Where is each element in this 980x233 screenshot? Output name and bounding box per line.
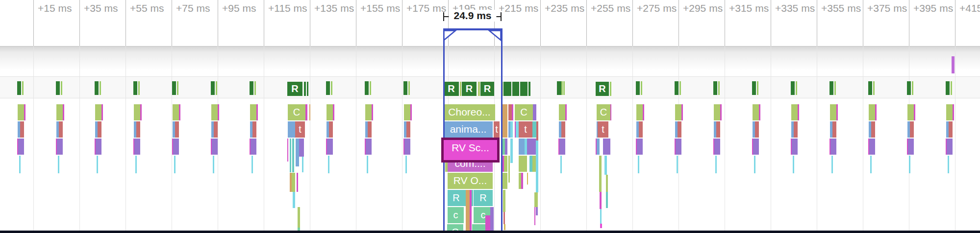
flame-event[interactable]	[510, 121, 513, 138]
flame-event[interactable]	[296, 139, 299, 166]
flame-event[interactable]	[305, 104, 307, 120]
flame-event[interactable]	[406, 121, 410, 138]
flame-event[interactable]	[714, 104, 720, 120]
frame-badge[interactable]	[561, 81, 563, 95]
flame-event[interactable]	[505, 139, 507, 155]
flame-event[interactable]: C	[288, 104, 305, 120]
flame-event[interactable]	[292, 173, 295, 192]
flame-event[interactable]	[372, 104, 373, 120]
flame-event[interactable]	[96, 139, 101, 155]
flame-event[interactable]	[871, 121, 875, 138]
flame-event[interactable]: t	[295, 121, 305, 138]
frame-badge[interactable]	[946, 81, 950, 95]
flame-event[interactable]	[251, 139, 256, 155]
flame-event[interactable]	[753, 139, 759, 155]
selection-right-handle-icon[interactable]	[488, 30, 502, 42]
flame-event[interactable]	[676, 139, 681, 155]
flame-event[interactable]: c	[448, 207, 464, 223]
frame-badge[interactable]	[331, 81, 332, 95]
flame-event[interactable]	[56, 104, 63, 120]
flame-event[interactable]	[519, 139, 525, 155]
flame-event[interactable]	[24, 104, 25, 120]
flame-event[interactable]	[830, 139, 836, 155]
flame-event[interactable]	[18, 104, 24, 120]
frame-badge[interactable]	[177, 81, 178, 95]
frame-badge[interactable]	[675, 81, 678, 95]
frame-badge[interactable]	[952, 56, 955, 73]
flame-event[interactable]	[559, 139, 565, 155]
frame-badge[interactable]	[563, 81, 565, 95]
flame-event[interactable]: C	[447, 224, 463, 231]
flame-event[interactable]	[19, 156, 21, 173]
flame-event[interactable]	[638, 156, 639, 173]
flame-event[interactable]	[251, 156, 253, 173]
frame-badge[interactable]	[408, 81, 410, 95]
frame-badge[interactable]	[216, 81, 217, 95]
flame-event[interactable]	[908, 139, 914, 155]
flame-event[interactable]	[135, 156, 137, 173]
flame-event[interactable]	[173, 104, 179, 120]
frame-badge[interactable]	[17, 81, 21, 95]
flame-event[interactable]	[212, 139, 218, 155]
flame-event[interactable]: R	[474, 190, 493, 206]
flame-event[interactable]	[948, 156, 949, 173]
flame-event[interactable]	[643, 104, 644, 120]
frame-badge[interactable]	[478, 82, 480, 96]
flame-event[interactable]	[213, 156, 214, 173]
flame-event[interactable]	[466, 190, 470, 231]
flame-event[interactable]: t	[519, 121, 532, 138]
frame-badge[interactable]	[610, 82, 611, 96]
flame-event[interactable]	[502, 104, 507, 138]
flame-event[interactable]	[947, 139, 953, 155]
flame-event[interactable]	[521, 173, 523, 189]
selection-left-handle-icon[interactable]	[443, 30, 457, 42]
frame-badge[interactable]	[641, 81, 642, 95]
frame-badge[interactable]	[873, 81, 875, 95]
flame-event[interactable]	[504, 156, 507, 172]
flame-event[interactable]	[299, 139, 304, 157]
flame-event[interactable]	[597, 139, 600, 155]
flame-event[interactable]	[490, 207, 494, 231]
flame-event[interactable]	[832, 121, 836, 138]
frame-badge[interactable]	[796, 81, 797, 95]
frame-badge[interactable]	[95, 81, 99, 95]
flame-event[interactable]	[470, 190, 472, 231]
flame-event[interactable]	[179, 104, 180, 120]
frame-badge[interactable]	[172, 81, 176, 95]
flame-event[interactable]	[367, 156, 368, 173]
flame-event[interactable]	[753, 104, 759, 120]
flame-event[interactable]	[603, 139, 610, 155]
flame-event[interactable]	[716, 121, 720, 138]
frame-badge[interactable]: R	[480, 82, 494, 96]
flame-event[interactable]: Choreo...	[444, 104, 495, 120]
flame-event[interactable]	[869, 139, 875, 155]
flame-event[interactable]	[136, 121, 140, 138]
frame-badge[interactable]	[365, 81, 369, 95]
frame-badge[interactable]	[868, 81, 872, 95]
flame-event[interactable]	[830, 104, 836, 120]
flame-event[interactable]: C	[597, 104, 610, 120]
frame-badge[interactable]	[370, 81, 371, 95]
flame-event[interactable]	[405, 156, 407, 173]
flame-event[interactable]	[134, 104, 140, 120]
flame-event[interactable]	[561, 121, 565, 138]
flame-event[interactable]	[675, 104, 681, 120]
flame-event[interactable]	[211, 104, 218, 120]
selection-right-edge[interactable]	[501, 28, 503, 231]
flame-event[interactable]	[250, 104, 256, 120]
frame-badge[interactable]	[304, 82, 306, 96]
flame-event[interactable]	[869, 104, 875, 120]
flame-event[interactable]	[604, 156, 607, 175]
flame-event[interactable]	[792, 139, 798, 155]
flame-event[interactable]	[173, 139, 179, 155]
selected-flame-event[interactable]: RV Sc...	[441, 138, 500, 163]
frame-badge[interactable]	[460, 82, 461, 96]
flame-event[interactable]	[519, 156, 527, 172]
flame-event[interactable]	[907, 104, 914, 120]
flame-event[interactable]	[678, 121, 681, 138]
flame-event[interactable]	[559, 104, 565, 120]
flame-event[interactable]	[365, 104, 372, 120]
flame-event[interactable]	[485, 215, 490, 231]
frame-badge[interactable]	[752, 81, 756, 95]
flame-event[interactable]: t	[598, 121, 608, 138]
